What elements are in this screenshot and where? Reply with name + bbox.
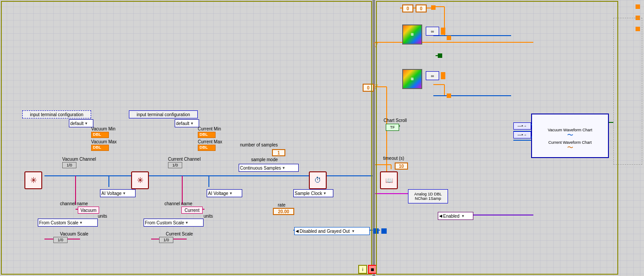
chevron-down-icon: ▼ [84,122,88,126]
from-custom-scale-2-dropdown[interactable]: From Custom Scale ▼ [144,219,204,227]
num-samples-label: number of samples [240,142,278,147]
vacuum-min-label: Vacuum Min [91,126,116,131]
units-1-label: units [98,214,107,219]
vacuum-channel-bool: 1/0 [62,162,76,168]
current-channel-bool: 1/0 [168,162,182,168]
current-name-value: Current [181,207,203,214]
rate-label: rate [278,203,285,207]
from-custom-scale-1-dropdown[interactable]: From Custom Scale ▼ [38,219,98,227]
terminal-right-1 [447,36,451,40]
timeout-label: timeout (s) [383,156,404,161]
chevron-down-icon-8: ▼ [323,191,327,195]
vacuum-min-dbl: DBL [91,132,109,138]
terminal-arr-2 [441,72,445,79]
current-input-terminal-node[interactable]: input terminal configuration [129,110,198,118]
stop-terminal: ⏹ [368,265,377,274]
vacuum-name-value: Vacuum [78,207,99,214]
waveform-connector-2[interactable]: —•→ [513,131,531,138]
chevron-down-icon-7: ▼ [282,166,285,170]
current-min-dbl: DBL [198,132,216,138]
vacuum-max-dbl: DBL [91,145,109,151]
vacuum-scale-label: Vacuum Scale [60,231,88,236]
disabled-grayed-dropdown[interactable]: ◀ Disabled and Grayed Out ▼ [294,227,370,235]
zero-value-1[interactable]: 0 [402,4,413,12]
current-max-dbl: DBL [198,145,216,151]
terminal-right-2 [447,93,451,98]
cluster-node-2[interactable]: ⊞ [402,69,422,89]
index-array-node-2[interactable]: ∞ [426,71,439,80]
case-structure-box [613,18,642,165]
waveform-connector-1[interactable]: —•→ [513,122,531,130]
terminal-orange-tr1 [636,4,640,9]
sample-clock-dropdown[interactable]: Sample Clock ▼ [293,189,333,197]
loop-tunnel-mid: ▽ [373,83,378,90]
chevron-down-icon-2: ▼ [123,191,126,195]
read-daq-node[interactable]: 📖 [380,171,398,189]
vacuum-input-terminal-node[interactable]: input terminal configuration [22,110,91,118]
channel-name-2-label: channel name [164,201,192,206]
vacuum-scale-bool: 1/0 [53,237,68,243]
current-min-label: Current Min [198,126,221,131]
cluster-node-1[interactable]: ⊞ [402,24,422,45]
vacuum-max-label: Vacuum Max [91,139,117,144]
index-array-node-1[interactable]: ∞ [426,27,439,36]
current-channel-label: Current Channel [168,157,200,162]
current-wave-icon: 〜 [567,144,573,152]
terminal-arr-1 [441,28,445,35]
zero-value-2[interactable]: 0 [416,4,427,12]
chart-scroll-label: Chart Scroll [384,118,407,123]
green-terminal-1 [438,53,442,58]
chevron-down-icon-4: ▼ [190,122,194,126]
timeout-value[interactable]: 10 [395,162,408,170]
enabled-dropdown[interactable]: ◀ Enabled ▼ [438,212,473,220]
blue-terminal-1 [373,228,379,234]
chevron-down-icon-9: ▼ [352,229,355,233]
current-scale-label: Current Scale [166,231,193,236]
current-max-label: Current Max [198,139,222,144]
chevron-down-icon-10: ▼ [461,214,465,218]
chevron-down-icon-3: ▼ [79,221,83,225]
channel-name-1-label: channel name [60,201,88,206]
block-diagram-canvas: input terminal configuration default ▼ V… [0,0,644,276]
vacuum-daq-node[interactable]: ✳ [24,171,42,189]
sample-mode-label: sample mode [251,157,278,162]
loop-iteration-terminal: i [358,265,367,274]
current-scale-bool: 1/0 [159,237,173,243]
loop-tunnel-top: ▽ [373,41,378,48]
timing-daq-node[interactable]: ⏱ [309,171,327,189]
ai-voltage-2-dropdown[interactable]: AI Voltage ▼ [207,189,242,197]
vacuum-default-dropdown[interactable]: default ▼ [69,119,93,127]
rate-value[interactable]: 20.00 [273,208,294,215]
waveform-charts-container: Vacuum Waveform Chart 〜 Current Waveform… [531,114,609,158]
tf-indicator: TF [386,124,399,131]
units-2-label: units [204,214,213,219]
analog-1d-dbl-node[interactable]: Analog 1D DBL NChan 1Samp [408,189,448,203]
num-samples-value[interactable]: 1 [272,149,285,156]
current-daq-node[interactable]: ✳ [131,171,149,189]
continuous-samples-dropdown[interactable]: Continuous Samples ▼ [239,164,299,172]
current-default-dropdown[interactable]: default ▼ [175,119,199,127]
terminal-orange-1 [431,5,436,10]
chevron-down-icon-5: ▼ [229,191,233,195]
vacuum-wave-icon: 〜 [567,131,573,139]
ai-voltage-1-dropdown[interactable]: AI Voltage ▼ [100,189,136,197]
chevron-down-icon-6: ▼ [185,221,188,225]
zero-value-3[interactable]: 0 [363,84,374,92]
vacuum-channel-label: Vacuum Channel [62,157,96,162]
blue-terminal-2 [381,228,387,234]
